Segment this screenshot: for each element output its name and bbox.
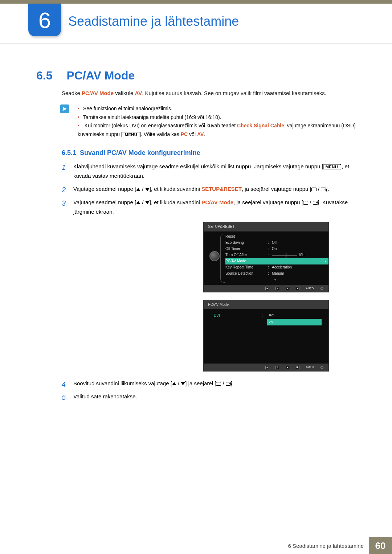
slider-icon xyxy=(272,255,297,256)
osd-row: Turn Off After: 10h xyxy=(225,252,325,258)
nav-up-icon: ▴ xyxy=(286,366,289,369)
step-item: Valitud säte rakendatakse. xyxy=(62,392,357,401)
osd-nav-bar: ◂ ▾ ▴ ▣ AUTO xyxy=(204,364,328,371)
menu-key: MENU xyxy=(123,132,139,137)
down-arrow-icon xyxy=(145,188,150,191)
chapter-badge: 6 xyxy=(28,4,61,36)
osd-row: Reset xyxy=(225,234,325,240)
subsection-number: 6.5.1 xyxy=(62,149,76,156)
note-icon xyxy=(60,104,69,113)
source-icon xyxy=(311,188,317,191)
top-accent-bar xyxy=(0,0,392,4)
up-arrow-icon xyxy=(172,382,176,385)
subsection-heading: 6.5.1 Suvandi PC/AV Mode konfigureerimin… xyxy=(62,149,392,157)
note-block: See funktsioon ei toimi analoogrežiimis.… xyxy=(60,104,357,139)
chevron-right-icon: ▸ xyxy=(325,259,326,264)
nav-auto: AUTO xyxy=(306,365,314,369)
enter-icon xyxy=(313,201,318,205)
osd-row: Key Repeat Time:Acceleration xyxy=(225,264,325,271)
nav-enter-icon: ▣ xyxy=(296,366,299,369)
bracket-decoration xyxy=(220,234,225,283)
footer-chapter: 6 Seadistamine ja lähtestamine xyxy=(288,543,364,549)
osd-pcav-mode: PC/AV Mode DVI : PC AV ◂ ▾ ▴ ▣ xyxy=(203,300,329,372)
note-item: Tarnitakse ainult laiekraaniga mudelite … xyxy=(78,113,357,122)
osd-row-value: Manual xyxy=(272,270,325,277)
osd-row-label: Key Repeat Time xyxy=(225,264,265,271)
nav-up-icon: ▴ xyxy=(286,287,289,290)
osd-row-value: Acceleration xyxy=(272,264,325,271)
osd-option-label: DVI xyxy=(214,312,257,319)
enter-icon xyxy=(226,382,231,386)
osd-body: DVI : PC AV xyxy=(204,309,328,364)
osd-title: PC/AV Mode xyxy=(204,300,328,309)
section-number: 6.5 xyxy=(36,69,52,82)
intro-paragraph: Seadke PC/AV Mode valikule AV. Kujutise … xyxy=(62,89,357,98)
osd-row-highlight: PC/AV Mode▸ xyxy=(225,258,328,264)
osd-screenshots: SETUP&RESET ResetEco Saving:OffOff Timer… xyxy=(203,222,357,372)
subsection-title: Suvandi PC/AV Mode konfigureerimine xyxy=(80,149,200,156)
step-item: Vajutage seadmel nuppe [ / ], et liikuda… xyxy=(62,184,357,194)
step-item: Vajutage seadmel nuppe [ / ], et liikuda… xyxy=(62,198,357,372)
nav-left-icon: ◂ xyxy=(265,366,269,369)
page-header: 6 Seadistamine ja lähtestamine xyxy=(0,4,392,44)
source-icon xyxy=(303,201,308,205)
chapter-number: 6 xyxy=(38,7,51,33)
osd-row-value: On xyxy=(272,246,325,252)
power-icon xyxy=(320,366,323,369)
osd-row-label: Eco Saving xyxy=(225,239,265,246)
note-list: See funktsioon ei toimi analoogrežiimis.… xyxy=(78,104,357,139)
nav-right-icon: ▸ xyxy=(296,287,299,290)
footer-page-number: 60 xyxy=(369,537,392,554)
osd-row: Source Detection:Manual xyxy=(225,271,325,277)
osd-row-label: Reset xyxy=(225,233,265,240)
osd-row-label: Off Timer xyxy=(225,246,265,252)
osd-row-label: Source Detection xyxy=(225,270,265,277)
menu-key: MENU xyxy=(323,164,340,169)
nav-left-icon: ◂ xyxy=(265,287,269,290)
nav-down-icon: ▾ xyxy=(275,366,279,369)
up-arrow-icon xyxy=(136,188,140,191)
note-item: See funktsioon ei toimi analoogrežiimis. xyxy=(78,104,357,113)
nav-auto: AUTO xyxy=(306,286,314,291)
chapter-title: Seadistamine ja lähtestamine xyxy=(68,14,239,29)
osd-title: SETUP&RESET xyxy=(204,222,328,231)
note-item: Kui monitor (olekus DVI) on energiasääst… xyxy=(78,122,357,139)
up-arrow-icon xyxy=(136,201,140,204)
osd-row-label: PC/AV Mode xyxy=(225,258,265,264)
osd-option-value-highlight: AV xyxy=(267,319,322,325)
osd-setup-reset: SETUP&RESET ResetEco Saving:OffOff Timer… xyxy=(203,222,329,292)
nav-down-icon: ▾ xyxy=(275,287,279,290)
power-icon xyxy=(320,287,323,290)
osd-row-value: Off xyxy=(272,239,325,246)
down-arrow-icon xyxy=(145,201,150,204)
osd-row-label: Turn Off After xyxy=(225,252,265,258)
step-list: Klahvijuhendi kuvamiseks vajutage seadme… xyxy=(62,162,357,401)
osd-row-value: 10h xyxy=(272,252,325,258)
step-item: Klahvijuhendi kuvamiseks vajutage seadme… xyxy=(62,162,357,181)
section-heading: 6.5 PC/AV Mode xyxy=(36,69,392,82)
source-icon xyxy=(216,382,221,386)
osd-row: Eco Saving:Off xyxy=(225,240,325,246)
down-arrow-icon xyxy=(181,382,185,385)
osd-nav-bar: ◂ ▾ ▴ ▸ AUTO xyxy=(204,285,328,292)
enter-icon xyxy=(321,188,326,191)
section-title: PC/AV Mode xyxy=(66,69,135,82)
more-indicator: ▾ xyxy=(225,277,325,283)
osd-row: Off Timer:On xyxy=(225,246,325,252)
osd-body: ResetEco Saving:OffOff Timer:OnTurn Off … xyxy=(204,231,328,285)
dial-icon xyxy=(209,251,220,261)
step-item: Soovitud suvandini liikumiseks vajutage … xyxy=(62,379,357,388)
osd-option-value: PC xyxy=(267,312,322,319)
page-footer: 6 Seadistamine ja lähtestamine 60 xyxy=(0,537,392,554)
